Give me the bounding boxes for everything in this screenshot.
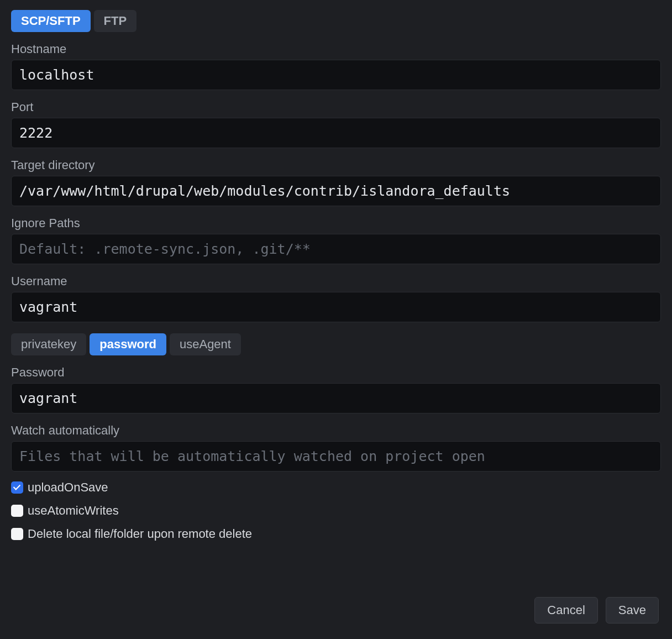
username-label: Username [11, 274, 661, 289]
tab-scp-sftp[interactable]: SCP/SFTP [11, 10, 91, 32]
hostname-input[interactable] [11, 60, 661, 90]
port-label: Port [11, 100, 661, 114]
delete-local-checkbox[interactable] [11, 528, 23, 540]
save-button[interactable]: Save [606, 597, 659, 624]
auth-tab-group: privatekey password useAgent [11, 333, 661, 355]
upload-on-save-label[interactable]: uploadOnSave [28, 480, 108, 495]
use-atomic-writes-label[interactable]: useAtomicWrites [28, 504, 119, 518]
upload-on-save-row: uploadOnSave [11, 480, 661, 495]
use-atomic-writes-checkbox[interactable] [11, 505, 23, 517]
auth-tab-password[interactable]: password [90, 333, 166, 355]
target-directory-label: Target directory [11, 158, 661, 172]
delete-local-row: Delete local file/folder upon remote del… [11, 527, 661, 541]
delete-local-label[interactable]: Delete local file/folder upon remote del… [28, 527, 252, 541]
username-input[interactable] [11, 292, 661, 322]
ignore-paths-label: Ignore Paths [11, 216, 661, 231]
footer-button-group: Cancel Save [534, 597, 659, 624]
watch-automatically-input[interactable] [11, 441, 661, 472]
password-label: Password [11, 365, 661, 380]
use-atomic-writes-row: useAtomicWrites [11, 504, 661, 518]
tab-ftp[interactable]: FTP [94, 10, 137, 32]
auth-tab-privatekey[interactable]: privatekey [11, 333, 86, 355]
ignore-paths-input[interactable] [11, 234, 661, 264]
hostname-label: Hostname [11, 42, 661, 56]
upload-on-save-checkbox[interactable] [11, 481, 23, 494]
watch-automatically-label: Watch automatically [11, 423, 661, 438]
port-input[interactable] [11, 118, 661, 148]
auth-tab-useagent[interactable]: useAgent [170, 333, 241, 355]
protocol-tab-group: SCP/SFTP FTP [11, 10, 661, 32]
target-directory-input[interactable] [11, 176, 661, 206]
password-input[interactable] [11, 383, 661, 413]
remote-sync-settings-panel: SCP/SFTP FTP Hostname Port Target direct… [0, 0, 672, 639]
cancel-button[interactable]: Cancel [534, 597, 597, 624]
